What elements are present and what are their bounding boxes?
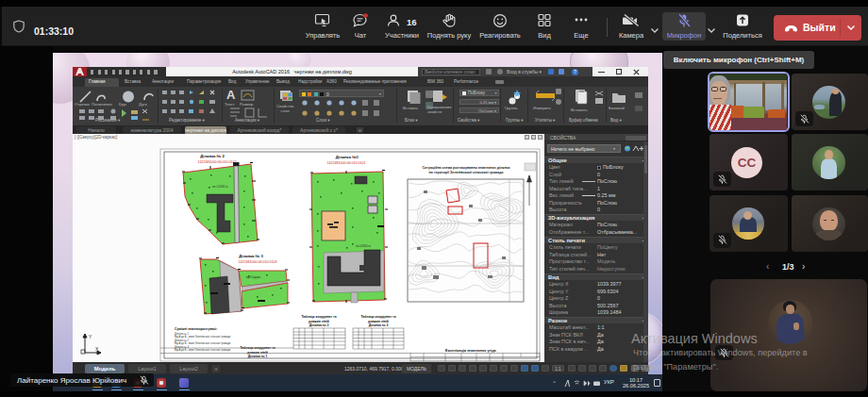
svg-text:Дiлянка № 1: Дiлянка № 1 [248,355,268,358]
svg-text:вул.Садова: вул.Садова [246,275,260,279]
svg-text:1422481000:06:010:0101: 1422481000:06:010:0101 [327,161,366,165]
svg-text:X: X [95,346,99,352]
svg-text:1422481000:06:010:0102: 1422481000:06:010:0102 [198,160,237,164]
svg-text:Таблиця координат та: Таблиця координат та [360,315,395,319]
svg-text:Дiлянка № 3: Дiлянка № 3 [369,323,389,327]
svg-text:Дiлянка № 3: Дiлянка № 3 [309,323,329,327]
svg-text:на територiï Зеленiвськоï сiль: на територiï Зеленiвськоï сiльськоï гром… [429,171,504,174]
svg-text:Експлiкацiя земельних угiдь: Експлiкацiя земельних угiдь [445,349,496,353]
svg-text:1422481000:06:010:0103: 1422481000:06:010:0103 [239,260,277,264]
svg-text:Таблиця координат та: Таблиця координат та [301,315,336,319]
svg-text:Вiд А до Б - землi Зеленiвсько: Вiд А до Б - землi Зеленiвськоï сiльсько… [175,341,231,345]
svg-text:Ситуацiйна схема розташування: Ситуацiйна схема розташування земельних … [422,166,509,170]
svg-text:довжин лiнiй: довжин лiнiй [247,351,268,355]
svg-text:Дiлянка № 1: Дiлянка № 1 [175,332,190,336]
svg-text:довжин лiнiй: довжин лiнiй [368,320,389,323]
svg-text:Вiд А до Б - землi Зеленiвсько: Вiд А до Б - землi Зеленiвськоï сiльсько… [175,335,231,339]
svg-text:пл.0.2500 га: пл.0.2500 га [356,244,371,248]
svg-text:Дiлянка №1: Дiлянка №1 [336,155,359,159]
svg-text:довжин лiнiй: довжин лiнiй [309,320,329,323]
svg-text:Вiд А до Б - землi Зеленiвсько: Вiд А до Б - землi Зеленiвськоï сiльсько… [175,348,231,352]
svg-text:Дiлянка № 2: Дiлянка № 2 [200,154,225,158]
svg-text:пл. 0.1092 га: пл. 0.1092 га [212,185,228,189]
svg-text:Y: Y [89,334,92,339]
svg-text:Сумiжнi землекористувачi:: Сумiжнi землекористувачi: [175,327,217,331]
svg-text:Дiлянка № 3: Дiлянка № 3 [239,254,263,258]
svg-text:Дiлянка № 2: Дiлянка № 2 [175,339,190,342]
